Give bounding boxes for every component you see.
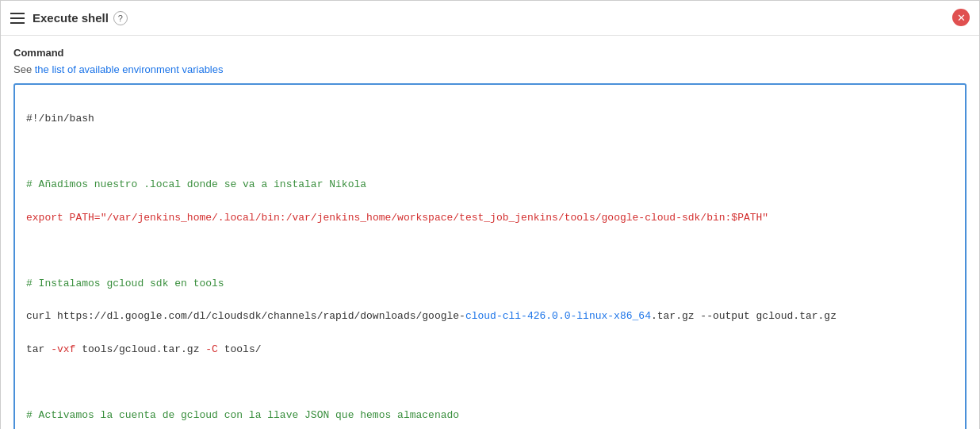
code-blank-3 (26, 375, 954, 392)
tar-flag-2: -C (205, 343, 218, 355)
curl-blue: cloud-cli-426.0.0-linux-x86_64 (465, 310, 651, 322)
curl-normal-1: curl https://dl.google.com/dl/cloudsdk/c… (26, 310, 465, 322)
export-keyword: export PATH= (26, 212, 101, 224)
tar-flag-1: -vxf (51, 343, 75, 355)
code-blank-2 (26, 243, 954, 259)
code-line-shebang: #!/bin/bash (26, 111, 954, 128)
export-path-value: "/var/jenkins_home/.local/bin:/var/jenki… (101, 212, 769, 224)
code-blank-1 (26, 144, 954, 160)
curl-normal-2: .tar.gz --output gcloud.tar.gz (651, 310, 836, 322)
panel-title: Execute shell (33, 11, 109, 25)
tar-normal-3: tools/ (218, 343, 262, 355)
panel-body: Command See the list of available enviro… (1, 36, 979, 429)
code-export-line: export PATH="/var/jenkins_home/.local/bi… (26, 210, 954, 227)
execute-shell-panel: Execute shell ? ✕ Command See the list o… (0, 0, 980, 429)
env-vars-link[interactable]: the list of available environment variab… (35, 63, 224, 75)
code-comment-1: # Añadimos nuestro .local donde se va a … (26, 177, 954, 193)
help-icon[interactable]: ? (113, 11, 128, 25)
code-tar-line: tar -vxf tools/gcloud.tar.gz -C tools/ (26, 342, 954, 358)
code-comment-3: # Activamos la cuenta de gcloud con la l… (26, 408, 954, 424)
env-vars-line: See the list of available environment va… (13, 63, 967, 75)
command-label: Command (13, 47, 967, 59)
code-editor[interactable]: #!/bin/bash # Añadimos nuestro .local do… (13, 83, 967, 429)
close-button[interactable]: ✕ (952, 9, 970, 26)
code-curl-line: curl https://dl.google.com/dl/cloudsdk/c… (26, 308, 954, 325)
code-comment-2: # Instalamos gcloud sdk en tools (26, 276, 954, 293)
tar-normal-2: tools/gcloud.tar.gz (75, 343, 205, 355)
panel-header: Execute shell ? ✕ (1, 1, 979, 36)
tar-normal-1: tar (26, 343, 51, 355)
hamburger-icon[interactable] (10, 13, 25, 24)
